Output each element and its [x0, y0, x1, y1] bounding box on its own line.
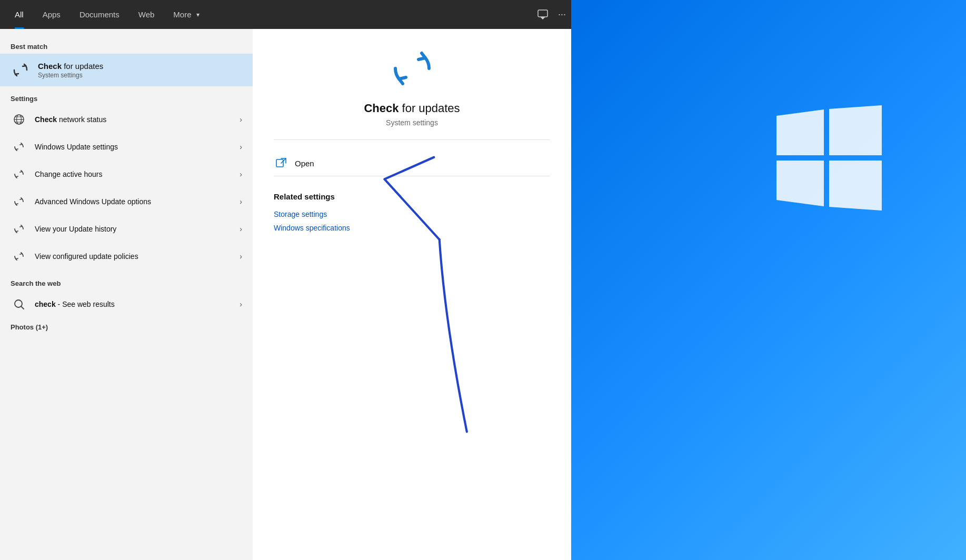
tab-more-label: More	[173, 10, 191, 19]
tab-web[interactable]: Web	[129, 0, 164, 29]
list-item-update-settings[interactable]: Windows Update settings ›	[0, 133, 253, 161]
open-action-text: Open	[295, 159, 314, 168]
tab-apps-label: Apps	[43, 10, 61, 19]
sync-icon-policies	[11, 248, 27, 265]
list-item-active-hours[interactable]: Change active hours ›	[0, 161, 253, 188]
divider-2	[274, 176, 550, 176]
result-subtitle: System settings	[386, 118, 438, 127]
tab-all-label: All	[15, 10, 24, 19]
best-match-icon	[11, 60, 31, 80]
tab-all[interactable]: All	[5, 0, 33, 29]
best-match-label: Best match	[0, 38, 253, 54]
chevron-right-icon-2: ›	[240, 143, 242, 151]
related-link-storage-text: Storage settings	[274, 210, 327, 218]
chevron-right-icon-web: ›	[240, 300, 242, 308]
chevron-right-icon-4: ›	[240, 197, 242, 206]
svg-line-12	[21, 306, 24, 309]
list-item-update-policies-text: View configured update policies	[35, 252, 240, 261]
result-title: Check for updates	[364, 102, 460, 115]
sync-icon-hours	[11, 166, 27, 183]
list-item-active-hours-text: Change active hours	[35, 170, 240, 178]
feedback-icon[interactable]	[537, 9, 549, 21]
list-item-advanced-options[interactable]: Advanced Windows Update options ›	[0, 188, 253, 215]
search-panel: All Apps Documents Web More ▾ ···	[0, 0, 571, 560]
best-match-subtitle: System settings	[38, 72, 103, 79]
best-match-item[interactable]: Check for updates System settings	[0, 54, 253, 86]
sync-icon-update	[11, 138, 27, 155]
list-item-check-network-text: Check network status	[35, 115, 240, 124]
globe-icon	[11, 111, 27, 128]
related-link-specs[interactable]: Windows specifications	[274, 221, 550, 235]
related-settings-label: Related settings	[274, 192, 550, 201]
best-match-text: Check for updates System settings	[38, 62, 103, 79]
right-panel: Check for updates System settings Open R…	[253, 29, 571, 560]
svg-marker-1	[829, 105, 882, 155]
svg-rect-4	[538, 10, 547, 17]
related-link-specs-text: Windows specifications	[274, 224, 350, 232]
list-item-update-history[interactable]: View your Update history ›	[0, 215, 253, 243]
list-item-advanced-options-text: Advanced Windows Update options	[35, 197, 240, 206]
chevron-down-icon: ▾	[196, 11, 200, 18]
more-options-icon[interactable]: ···	[558, 9, 566, 20]
list-item-update-history-text: View your Update history	[35, 225, 240, 233]
open-icon	[274, 156, 288, 171]
sync-icon-advanced	[11, 193, 27, 210]
web-search-text: check - See web results	[35, 300, 240, 308]
tab-icons: ···	[537, 9, 566, 21]
tab-web-label: Web	[138, 10, 155, 19]
chevron-right-icon-5: ›	[240, 225, 242, 233]
svg-marker-5	[540, 17, 545, 19]
svg-marker-2	[776, 161, 824, 206]
tab-documents[interactable]: Documents	[70, 0, 129, 29]
chevron-right-icon: ›	[240, 115, 242, 124]
content-area: Best match Check for updates System sett	[0, 29, 571, 560]
web-search-label: Search the web	[0, 275, 253, 291]
open-action[interactable]: Open	[274, 151, 550, 176]
windows-logo	[776, 105, 882, 211]
svg-rect-13	[276, 159, 283, 167]
left-panel: Best match Check for updates System sett	[0, 29, 253, 560]
divider-1	[274, 139, 550, 140]
list-item-check-network[interactable]: Check network status ›	[0, 106, 253, 133]
search-icon	[11, 296, 27, 313]
result-large-icon	[389, 45, 436, 92]
list-item-update-policies[interactable]: View configured update policies ›	[0, 243, 253, 270]
web-search-item[interactable]: check - See web results ›	[0, 291, 253, 318]
photos-label: Photos (1+)	[0, 318, 253, 336]
chevron-right-icon-3: ›	[240, 170, 242, 178]
related-link-storage[interactable]: Storage settings	[274, 207, 550, 221]
tab-more[interactable]: More ▾	[164, 0, 208, 29]
tab-bar: All Apps Documents Web More ▾ ···	[0, 0, 571, 29]
sync-icon-history	[11, 221, 27, 237]
chevron-right-icon-6: ›	[240, 252, 242, 261]
tab-documents-label: Documents	[79, 10, 119, 19]
best-match-title: Check for updates	[38, 62, 103, 71]
settings-label: Settings	[0, 91, 253, 106]
list-item-update-settings-text: Windows Update settings	[35, 143, 240, 151]
ellipsis-label: ···	[558, 9, 566, 20]
svg-marker-3	[829, 161, 882, 211]
svg-marker-0	[776, 109, 824, 155]
tab-apps[interactable]: Apps	[33, 0, 70, 29]
